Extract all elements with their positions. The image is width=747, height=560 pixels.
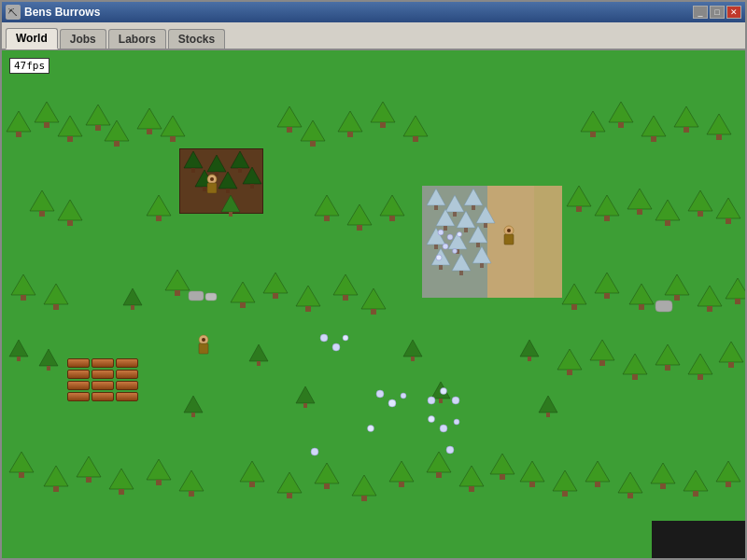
- app-icon: ⛏: [6, 5, 21, 20]
- minimize-button[interactable]: _: [693, 6, 708, 19]
- log: [92, 381, 114, 390]
- log: [116, 358, 138, 368]
- tab-jobs[interactable]: Jobs: [60, 29, 106, 49]
- titlebar: ⛏ Bens Burrows _ □ ✕: [2, 2, 745, 22]
- log: [116, 392, 138, 401]
- game-world[interactable]: 47fps: [2, 50, 745, 558]
- tab-bar: World Jobs Labors Stocks: [2, 22, 745, 50]
- log: [92, 370, 114, 379]
- window-title: Bens Burrows: [24, 6, 693, 19]
- log: [67, 370, 90, 379]
- log: [67, 381, 90, 390]
- log: [92, 358, 114, 368]
- log: [116, 370, 138, 379]
- tab-labors[interactable]: Labors: [108, 29, 166, 49]
- fps-counter: 47fps: [9, 58, 49, 74]
- log: [67, 358, 90, 368]
- dark-corner: [652, 521, 745, 558]
- tab-world[interactable]: World: [6, 28, 58, 49]
- grass-background: [2, 50, 745, 558]
- application-window: ⛏ Bens Burrows _ □ ✕ World Jobs Labors S…: [0, 0, 747, 560]
- log-pile: [67, 358, 147, 419]
- maximize-button[interactable]: □: [710, 6, 725, 19]
- close-button[interactable]: ✕: [726, 6, 741, 19]
- sand-area: [487, 186, 562, 298]
- log: [92, 392, 114, 401]
- tab-stocks[interactable]: Stocks: [168, 29, 225, 49]
- dark-forest-area: [179, 148, 263, 214]
- log: [67, 392, 90, 401]
- window-controls: _ □ ✕: [693, 6, 741, 19]
- log: [116, 381, 138, 390]
